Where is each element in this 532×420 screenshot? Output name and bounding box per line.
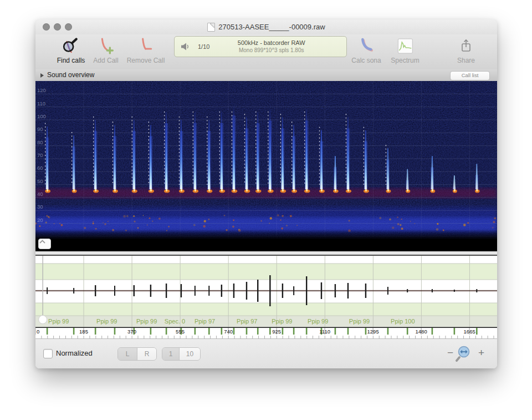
- call-list-button[interactable]: Call list: [450, 71, 490, 80]
- call-label: Ppip 100: [391, 318, 415, 325]
- noise-speckle: [208, 219, 210, 220]
- freq-axis-label: 100: [37, 113, 46, 119]
- noise-speckle: [232, 225, 234, 227]
- call-tip-bright: [114, 189, 116, 191]
- sound-overview-bar: Sound overview Call list: [35, 69, 497, 82]
- bottom-control-bar: Normalized L R 1 10 − +: [35, 339, 497, 368]
- call-tip-bright: [269, 189, 271, 191]
- noise-speckle: [280, 219, 282, 221]
- noise-speckle: [103, 222, 104, 223]
- freq-axis-label: 70: [37, 152, 43, 158]
- channel-right-segment[interactable]: R: [137, 348, 156, 360]
- normalized-checkbox[interactable]: [43, 349, 53, 358]
- noise-speckle: [59, 223, 60, 224]
- noise-speckle: [143, 215, 144, 216]
- player-info-box[interactable]: 1/10 500kHz - batcorder RAW Mono 899*10^…: [174, 36, 347, 57]
- freq-axis-label: 60: [37, 165, 43, 171]
- ruler-tick-label: 925: [272, 328, 281, 335]
- call-tip-bright: [47, 189, 48, 191]
- call-label: Spec. 0: [165, 318, 185, 325]
- noise-speckle: [277, 214, 279, 216]
- channel-left-segment[interactable]: L: [118, 348, 137, 360]
- noise-speckle: [392, 226, 395, 229]
- find-calls-button[interactable]: Find calls: [57, 36, 85, 64]
- spectrogram-canvas[interactable]: 1201101009080706050403020: [35, 81, 497, 251]
- page-segment-1[interactable]: 1: [162, 348, 180, 360]
- noise-speckle: [84, 227, 86, 229]
- freq-axis-label: 40: [37, 191, 43, 197]
- chevron-up-icon: [39, 239, 46, 244]
- call-tip-bright: [166, 189, 167, 191]
- disclosure-triangle-icon[interactable]: [40, 73, 44, 78]
- collapse-button[interactable]: [38, 239, 51, 249]
- call-tip-bright: [246, 189, 248, 191]
- spectrum-button[interactable]: Spectrum: [391, 36, 419, 64]
- noise-speckle: [414, 223, 415, 224]
- share-button[interactable]: Share: [457, 36, 475, 64]
- time-ruler[interactable]: 01853705557409251110129514801665: [35, 327, 497, 339]
- call-tip-bright: [195, 189, 196, 191]
- call-tip-bright: [347, 189, 349, 191]
- noise-speckle: [168, 226, 170, 227]
- call-tip-bright: [282, 189, 284, 191]
- noise-speckle: [126, 215, 129, 217]
- find-calls-icon: [57, 36, 85, 56]
- noise-speckle: [296, 225, 298, 226]
- call-label: Ppip 99: [349, 318, 370, 325]
- zoom-magnifier-icon[interactable]: [455, 345, 474, 366]
- remove-call-button[interactable]: Remove Call: [127, 36, 165, 64]
- noise-speckle: [492, 227, 494, 229]
- add-call-button[interactable]: Add Call: [93, 36, 118, 64]
- bottom-black-strip: [35, 239, 497, 251]
- noise-speckle: [397, 223, 400, 225]
- speaker-icon[interactable]: [181, 42, 190, 51]
- playhead-handle[interactable]: [39, 316, 47, 324]
- call-tip-bright: [233, 189, 235, 191]
- call-label: Ppip 99: [272, 318, 292, 325]
- call-tip-bright: [306, 189, 308, 191]
- file-format-line: 500kHz - batcorder RAW: [209, 39, 333, 47]
- noise-speckle: [286, 225, 288, 226]
- call-tip-bright: [407, 189, 408, 191]
- normalized-label: Normalized: [56, 349, 93, 357]
- noise-speckle: [137, 227, 139, 229]
- noise-speckle: [93, 221, 94, 223]
- noise-speckle: [123, 215, 126, 217]
- noise-speckle: [158, 217, 161, 220]
- zoom-out-button[interactable]: −: [447, 347, 453, 359]
- calc-sona-button[interactable]: Calc sona: [351, 36, 381, 64]
- call-tip-bright: [95, 189, 96, 191]
- app-window: 270513-AASEE_____-00009.raw Find calls: [35, 19, 497, 368]
- noise-speckle: [133, 215, 135, 217]
- noise-speckle: [93, 223, 94, 225]
- freq-axis-label: 110: [37, 100, 45, 107]
- call-tip-bright: [208, 189, 210, 191]
- noise-speckle: [39, 225, 41, 227]
- call-tip-bright: [387, 189, 389, 191]
- window-title: 270513-AASEE_____-00009.raw: [218, 23, 325, 31]
- call-label: Ppip 97: [195, 318, 215, 325]
- spectrogram-view[interactable]: 1201101009080706050403020: [35, 81, 497, 251]
- noise-speckle: [400, 224, 401, 226]
- noise-speckle: [233, 220, 234, 221]
- noise-speckle: [104, 223, 106, 225]
- time-ruler-canvas[interactable]: 01853705557409251110129514801665: [35, 327, 497, 338]
- zoom-in-button[interactable]: +: [478, 347, 484, 359]
- remove-call-icon: [127, 36, 165, 56]
- page-segmented-control: 1 10: [162, 347, 201, 361]
- noise-speckle: [149, 217, 151, 219]
- waveform-panel[interactable]: Ppip 99Ppip 99Ppip 99Spec. 0Ppip 97Ppip …: [35, 255, 497, 327]
- noise-speckle: [397, 216, 398, 218]
- page-segment-10[interactable]: 10: [180, 348, 200, 360]
- remove-call-label: Remove Call: [127, 57, 165, 64]
- waveform-canvas[interactable]: Ppip 99Ppip 99Ppip 99Spec. 0Ppip 97Ppip …: [35, 256, 497, 327]
- call-tip-bright: [150, 189, 152, 191]
- find-calls-label: Find calls: [57, 57, 85, 64]
- noise-speckle: [467, 222, 469, 224]
- call-tip-bright: [134, 189, 135, 191]
- call-tip-bright: [181, 189, 182, 191]
- noise-speckle: [224, 215, 226, 216]
- call-label: Ppip 99: [308, 318, 328, 325]
- freq-axis-label: 120: [37, 87, 46, 93]
- add-call-icon: [93, 36, 118, 56]
